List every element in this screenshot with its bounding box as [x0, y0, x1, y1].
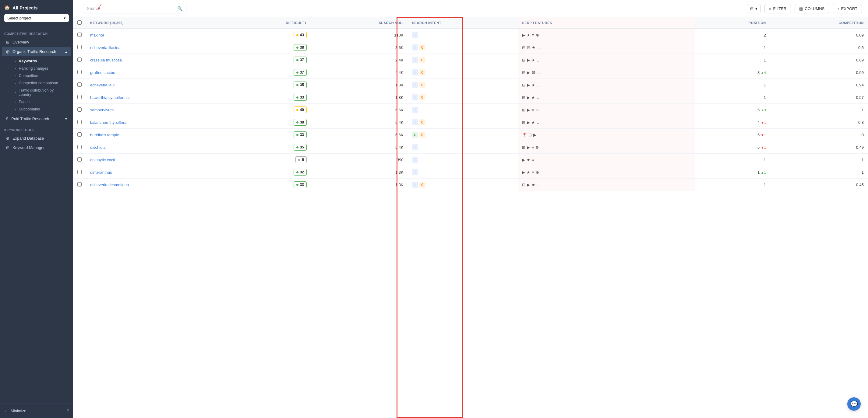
minimize-icon: ← [4, 409, 8, 413]
expand-db-label: Expand Database [12, 136, 44, 141]
row-checkbox[interactable] [78, 45, 82, 49]
header-serp-features[interactable]: SERP FEATURES [518, 18, 695, 29]
serp-features-cell: ⊟▶★… [518, 179, 695, 191]
row-checkbox[interactable] [78, 33, 82, 37]
header-keyword[interactable]: KEYWORD (19,865) [86, 18, 225, 29]
difficulty-badge: 5 [296, 156, 307, 163]
keywords-label: Keywords [19, 59, 37, 63]
header-search-vol[interactable]: SEARCH VOL. [311, 18, 408, 29]
search-vol-cell: 1.3K [311, 166, 408, 179]
keyword-link[interactable]: grafted cactus [90, 70, 115, 75]
keyword-link[interactable]: epiphytic cacti [90, 158, 115, 162]
sidebar-item-overview[interactable]: ⊞ Overview [2, 37, 71, 47]
keyword-cell: echeveria laui [86, 79, 225, 91]
minimize-button[interactable]: ← Minimize ? [4, 407, 69, 415]
organic-traffic-subnav: Keywords Ranking changes Competitors Com… [0, 56, 73, 114]
serp-feature-icon: ★ [531, 83, 535, 87]
keyword-link[interactable]: sempervivum [90, 108, 114, 112]
intent-badge: C [420, 57, 426, 63]
search-placeholder: Search [87, 6, 100, 11]
search-box[interactable]: Search 🔍 [83, 4, 186, 13]
header-competition[interactable]: COMPETITION [770, 18, 868, 29]
subnav-competitor-comparison[interactable]: Competitor comparison [11, 79, 71, 87]
row-checkbox[interactable] [78, 170, 82, 174]
difficulty-badge: 43 [293, 32, 307, 38]
filter-button[interactable]: ≡ FILTER [765, 4, 791, 13]
row-checkbox[interactable] [78, 82, 82, 87]
subnav-competitors[interactable]: Competitors [11, 72, 71, 79]
row-checkbox-cell [73, 141, 86, 153]
keyword-link[interactable]: dinteranthus [90, 170, 112, 175]
row-checkbox[interactable] [78, 132, 82, 137]
search-vol-cell: 390 [311, 153, 408, 166]
keyword-cell: makinoi [86, 29, 225, 41]
keyword-link[interactable]: makinoi [90, 33, 104, 37]
subnav-ranking-changes[interactable]: Ranking changes [11, 65, 71, 72]
position-cell: 1 [695, 91, 770, 104]
keyword-link[interactable]: crassula muscosa [90, 58, 122, 62]
search-vol-cell: 1.8K [311, 91, 408, 104]
row-checkbox[interactable] [78, 95, 82, 99]
sidebar-item-organic-traffic[interactable]: ◎ Organic Traffic Research ▴ [2, 47, 71, 56]
subnav-keywords[interactable]: Keywords [11, 58, 71, 65]
serp-feature-icon: ≡ [532, 158, 534, 162]
row-checkbox[interactable] [78, 157, 82, 162]
keyword-link[interactable]: buddha's temple [90, 133, 119, 137]
competition-cell: 0.69 [770, 54, 868, 66]
serp-feature-icon: ⊟ [522, 95, 525, 100]
difficulty-cell: 38 [225, 116, 311, 129]
all-projects-link[interactable]: 🏠 All Projects [4, 5, 69, 10]
keyword-table: KEYWORD (19,865) DIFFICULTY SEARCH VOL. … [73, 18, 868, 191]
header-difficulty[interactable]: DIFFICULTY [225, 18, 311, 29]
help-icon[interactable]: ? [66, 408, 69, 413]
sidebar-item-expand-database[interactable]: ⊕ Expand Database [2, 134, 71, 143]
table-row: dischidia 355.4KI⊞▶≡⊕5 ▼10.49 [73, 141, 868, 153]
sidebar-item-keyword-manager[interactable]: ⊞ Keyword Manager [2, 143, 71, 152]
serp-feature-icon: ⊟ [522, 45, 525, 50]
serp-feature-icon: ▶ [527, 108, 530, 112]
table-row: sempervivum 406.6KI⊞▶≡⊕5 ▲31 [73, 104, 868, 116]
keyword-link[interactable]: echeveria lilacina [90, 45, 121, 50]
keyword-link[interactable]: echeveria laui [90, 83, 115, 87]
export-label: EXPORT [841, 6, 857, 11]
serp-feature-icon: ⊡ [527, 45, 530, 50]
serp-features-cell: ⊟▶🖼… [518, 66, 695, 79]
copy-dropdown-icon: ▾ [755, 6, 757, 11]
difficulty-badge: 40 [293, 106, 307, 113]
header-position[interactable]: POSITION [695, 18, 770, 29]
row-checkbox-cell [73, 179, 86, 191]
keyword-link[interactable]: dischidia [90, 145, 106, 150]
serp-feature-icon: ≡ [531, 145, 534, 150]
chat-bubble[interactable]: 💬 [847, 397, 861, 411]
subnav-traffic-distribution[interactable]: Traffic distribution by country [11, 87, 71, 98]
select-all-checkbox[interactable] [78, 21, 82, 25]
subnav-subdomains[interactable]: Subdomains [11, 106, 71, 113]
subnav-pages[interactable]: Pages [11, 98, 71, 106]
row-checkbox[interactable] [78, 145, 82, 149]
filter-icon: ≡ [769, 6, 771, 11]
search-vol-cell: 3.6K [311, 41, 408, 54]
keyword-link[interactable]: haworthia cymbiformis [90, 95, 129, 100]
row-checkbox[interactable] [78, 70, 82, 74]
intent-badge: I [412, 57, 418, 63]
serp-feature-icon: ★ [531, 182, 535, 187]
row-checkbox[interactable] [78, 107, 82, 112]
sidebar-item-paid-traffic[interactable]: $ Paid Traffic Research ▾ [2, 114, 71, 124]
row-checkbox[interactable] [78, 182, 82, 186]
keyword-link[interactable]: kalanchoe thyrsiflora [90, 120, 126, 125]
export-button[interactable]: ↑ EXPORT [833, 4, 862, 13]
position-cell: 1 ▲1 [695, 166, 770, 179]
copy-button[interactable]: ⊞ ▾ [747, 4, 761, 13]
keyword-link[interactable]: echeveria desmetiana [90, 182, 129, 187]
keyword-cell: kalanchoe thyrsiflora [86, 116, 225, 129]
section-keyword-tools: KEYWORD TOOLS ⊕ Expand Database ⊞ Keywor… [0, 124, 73, 152]
row-checkbox[interactable] [78, 120, 82, 124]
table-row: buddha's temple 336.6KLC📍⊟▶…5 ▼10 [73, 129, 868, 141]
header-checkbox-cell[interactable] [73, 18, 86, 29]
project-select[interactable]: Select project ▾ [4, 14, 69, 22]
columns-button[interactable]: ▦ COLUMNS [795, 4, 829, 13]
competition-cell: 1 [770, 166, 868, 179]
row-checkbox[interactable] [78, 58, 82, 62]
header-search-intent[interactable]: SEARCH INTENT [408, 18, 518, 29]
serp-feature-icon: ⊟ [522, 70, 525, 75]
